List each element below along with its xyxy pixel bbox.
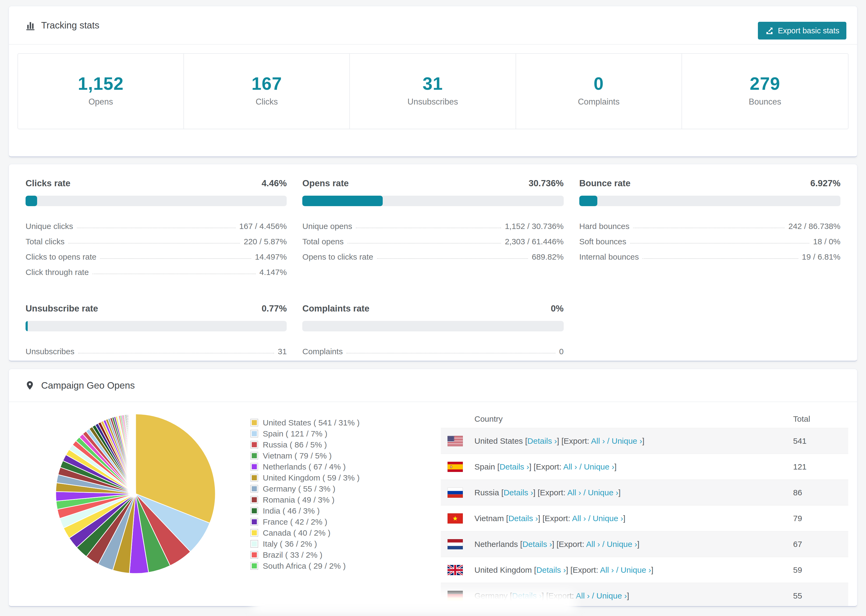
export-all-link[interactable]: All › (572, 514, 586, 523)
rate-header: Unsubscribe rate0.77% (25, 303, 287, 314)
table-row: Spain [Details ›] [Export: All › / Uniqu… (441, 454, 848, 479)
details-link[interactable]: Details › (527, 437, 557, 445)
rate-row-value: 1,152 / 30.736% (505, 222, 564, 231)
export-all-link[interactable]: All › (576, 591, 590, 600)
export-all-link[interactable]: All › (563, 462, 577, 471)
details-link[interactable]: Details › (522, 540, 552, 548)
rate-row: Opens to clicks rate689.82% (302, 246, 564, 261)
export-all-link[interactable]: All › (600, 566, 614, 574)
export-basic-stats-button[interactable]: Export basic stats (758, 22, 846, 39)
export-all-link[interactable]: All › (591, 437, 605, 445)
geo-table: Country Total United States [Details ›] … (441, 410, 848, 607)
rate-row: Click through rate4.147% (25, 261, 287, 277)
country-name: United Kingdom (474, 566, 534, 574)
export-unique-link[interactable]: Unique › (593, 514, 623, 523)
map-pin-icon (25, 380, 36, 391)
link-separator: / (581, 488, 588, 497)
dotted-leader (93, 273, 255, 274)
legend-item: Vietnam ( 79 / 5% ) (250, 450, 379, 461)
legend-swatch (250, 529, 258, 537)
rate-title: Complaints rate (302, 303, 369, 314)
pie-legend: United States ( 541 / 31% )Spain ( 121 /… (250, 417, 379, 571)
dotted-leader (68, 243, 240, 244)
export-unique-link[interactable]: Unique › (607, 540, 637, 548)
progress-bar-fill (302, 196, 383, 206)
stat-cell: 167Clicks (184, 54, 350, 129)
country-name: Spain (474, 462, 497, 471)
rate-header: Complaints rate0% (302, 303, 564, 314)
progress-bar (25, 321, 287, 332)
details-link[interactable]: Details › (508, 514, 538, 523)
legend-item: Canada ( 40 / 2% ) (250, 527, 379, 538)
total-cell: 67 (793, 540, 848, 549)
stat-label: Unsubscribes (408, 97, 458, 107)
details-link[interactable]: Details › (512, 591, 542, 600)
geo-content: United States ( 541 / 31% )Spain ( 121 /… (9, 402, 857, 607)
bracket: ] [ (533, 488, 540, 497)
rate-block: Clicks rate4.46%Unique clicks167 / 4.456… (25, 178, 287, 277)
export-unique-link[interactable]: Unique › (588, 488, 618, 497)
legend-item: France ( 42 / 2% ) (250, 516, 379, 527)
rate-rows: Complaints0 (302, 341, 564, 356)
bracket: ] (651, 566, 653, 574)
rate-row: Unique opens1,152 / 30.736% (302, 215, 564, 231)
legend-item: Germany ( 55 / 3% ) (250, 483, 379, 494)
country-cell: Spain [Details ›] [Export: All › / Uniqu… (474, 462, 793, 471)
dotted-leader (630, 243, 809, 244)
stat-cell: 1,152Opens (18, 54, 184, 129)
rate-header: Clicks rate4.46% (25, 178, 287, 189)
bracket: ] [ (557, 437, 564, 445)
legend-label: France ( 42 / 2% ) (263, 517, 327, 526)
rate-block: Bounce rate6.927%Hard bounces242 / 86.73… (579, 178, 841, 277)
table-row: Russia [Details ›] [Export: All › / Uniq… (441, 479, 848, 505)
geo-header: Campaign Geo Opens (9, 369, 857, 402)
link-separator: / (590, 591, 597, 600)
summary-stats-strip: 1,152Opens167Clicks31Unsubscribes0Compla… (17, 53, 849, 129)
legend-label: India ( 46 / 3% ) (263, 506, 320, 515)
nl-flag-icon (447, 539, 463, 549)
export-unique-link[interactable]: Unique › (584, 462, 614, 471)
legend-label: Russia ( 86 / 5% ) (263, 440, 327, 449)
export-prefix: Export: (536, 462, 563, 471)
ru-flag-icon (447, 487, 463, 498)
rate-row-value: 31 (278, 347, 287, 356)
stat-label: Bounces (749, 97, 781, 107)
export-all-link[interactable]: All › (567, 488, 581, 497)
dotted-leader (77, 228, 236, 228)
stat-label: Opens (88, 97, 113, 107)
rate-row-label: Internal bounces (579, 252, 639, 261)
progress-bar (302, 196, 564, 206)
details-link[interactable]: Details › (536, 566, 566, 574)
legend-label: Brazil ( 33 / 2% ) (263, 550, 323, 559)
progress-bar-fill (25, 196, 37, 206)
legend-label: Italy ( 36 / 2% ) (263, 539, 317, 548)
rate-row-label: Click through rate (25, 268, 89, 277)
country-name: Germany (474, 591, 510, 600)
rate-row-label: Total clicks (25, 237, 65, 246)
country-cell: Vietnam [Details ›] [Export: All › / Uni… (474, 514, 793, 523)
legend-item: Brazil ( 33 / 2% ) (250, 549, 379, 560)
bracket: ] [ (566, 566, 573, 574)
bracket: ] (642, 437, 644, 445)
details-link[interactable]: Details › (499, 462, 529, 471)
dotted-leader (642, 258, 798, 259)
rate-block: Unsubscribe rate0.77%Unsubscribes31 (25, 303, 287, 356)
legend-item: Spain ( 121 / 7% ) (250, 428, 379, 439)
export-button-label: Export basic stats (778, 26, 839, 35)
details-link[interactable]: Details › (504, 488, 533, 497)
export-all-link[interactable]: All › (586, 540, 600, 548)
rate-rows: Hard bounces242 / 86.738%Soft bounces18 … (579, 215, 841, 261)
bracket: ] [ (542, 591, 548, 600)
rate-value: 6.927% (810, 178, 841, 189)
stat-value: 279 (750, 73, 780, 94)
country-name: United States (474, 437, 525, 445)
legend-item: Russia ( 86 / 5% ) (250, 439, 379, 450)
rate-row-value: 0 (559, 347, 564, 356)
export-unique-link[interactable]: Unique › (597, 591, 627, 600)
rate-row-value: 242 / 86.738% (788, 222, 841, 231)
export-unique-link[interactable]: Unique › (621, 566, 651, 574)
legend-label: Vietnam ( 79 / 5% ) (263, 451, 332, 460)
legend-label: Spain ( 121 / 7% ) (263, 429, 327, 438)
export-unique-link[interactable]: Unique › (612, 437, 642, 445)
country-cell: Netherlands [Details ›] [Export: All › /… (474, 540, 793, 549)
